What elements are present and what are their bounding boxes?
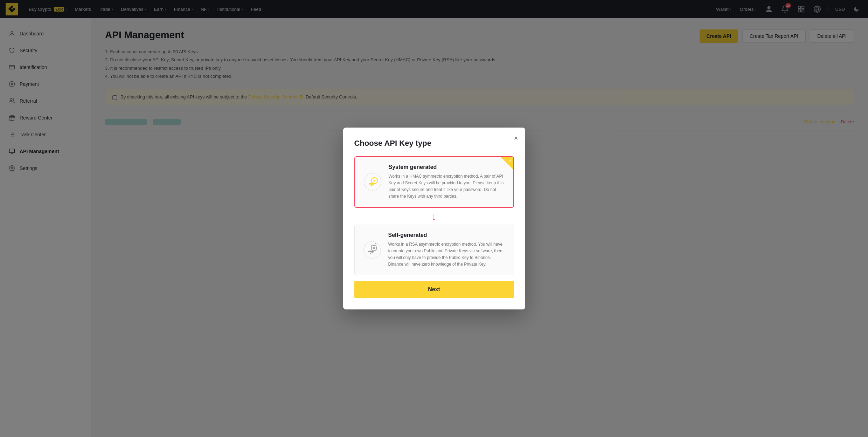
modal-title: Choose API Key type <box>354 139 514 148</box>
self-generated-desc: Works in a RSA asymmetric encryption met… <box>388 241 507 268</box>
down-arrow-icon: ↓ <box>431 211 437 222</box>
svg-rect-28 <box>369 183 374 185</box>
modal-close-button[interactable]: × <box>514 135 518 142</box>
svg-point-31 <box>373 180 375 182</box>
system-generated-title: System generated <box>389 164 506 170</box>
self-generated-title: Self-generated <box>388 232 507 238</box>
self-key-icon <box>362 232 383 268</box>
svg-rect-29 <box>372 184 373 185</box>
system-key-icon <box>362 164 383 200</box>
self-generated-content: Self-generated Works in a RSA asymmetric… <box>388 232 507 268</box>
svg-point-26 <box>364 173 381 191</box>
self-generated-card[interactable]: Self-generated Works in a RSA asymmetric… <box>354 225 514 275</box>
system-generated-desc: Works in a HMAC symmetric encryption met… <box>389 173 506 200</box>
modal-overlay[interactable]: Choose API Key type × ✓ System generated… <box>0 0 868 437</box>
svg-point-37 <box>373 247 375 249</box>
svg-rect-30 <box>370 185 371 186</box>
system-generated-card[interactable]: ✓ System generated Works in a HMAC symme… <box>354 156 514 208</box>
next-button[interactable]: Next <box>354 281 514 298</box>
svg-rect-35 <box>371 252 373 253</box>
choose-api-key-modal: Choose API Key type × ✓ System generated… <box>343 128 525 310</box>
check-icon: ✓ <box>509 158 512 163</box>
system-generated-content: System generated Works in a HMAC symmetr… <box>389 164 506 200</box>
svg-rect-34 <box>368 251 374 252</box>
svg-rect-36 <box>370 253 371 254</box>
red-arrow-container: ↓ <box>354 211 514 222</box>
